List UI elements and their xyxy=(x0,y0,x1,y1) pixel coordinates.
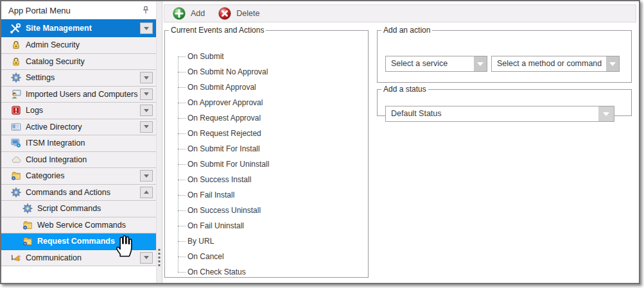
chevron-down-icon xyxy=(603,112,609,116)
sidebar-item-label: Active Directory xyxy=(26,123,82,131)
sidebar-item-label: ITSM Integration xyxy=(26,139,85,148)
delete-button[interactable]: Delete xyxy=(218,6,259,21)
tree-item[interactable]: On Request Rejected xyxy=(165,126,368,141)
service-dropdown-value: Select a service xyxy=(386,56,474,71)
tools-icon xyxy=(9,22,21,35)
gear-icon xyxy=(22,203,33,214)
service-dropdown[interactable]: Select a service xyxy=(385,56,487,72)
chevron-down-icon xyxy=(144,125,149,128)
sidebar-item-label: Communication xyxy=(26,253,82,262)
tree-item[interactable]: On Check Status xyxy=(165,264,368,280)
sidebar-item-imported-users-and-computers[interactable]: Imported Users and Computers xyxy=(1,87,156,103)
logs-icon xyxy=(11,105,21,115)
sidebar: App Portal Menu Site Management Admin Se… xyxy=(1,1,156,283)
tree-item[interactable]: On Cancel xyxy=(165,249,368,264)
pin-icon xyxy=(141,6,150,15)
status-dropdown[interactable]: Default Status xyxy=(385,106,614,122)
sidebar-item-label: Imported Users and Computers xyxy=(26,90,137,99)
sidebar-item-label: Web Service Commands xyxy=(37,221,126,230)
user-computer-icon xyxy=(11,89,21,99)
tree-item[interactable]: On Fail Uninstall xyxy=(165,218,368,233)
chevron-up-icon xyxy=(144,191,149,194)
sidebar-item-logs[interactable]: Logs xyxy=(1,103,156,119)
folder-gear-icon xyxy=(22,220,33,230)
tree-item[interactable]: On Approver Approval xyxy=(165,95,368,110)
megaphone-icon xyxy=(11,253,21,263)
lock-icon xyxy=(11,56,21,67)
add-status-groupbox: Add a status Default Status xyxy=(377,85,632,116)
sidebar-item-label: Settings xyxy=(26,73,55,82)
sidebar-item-label: Site Management xyxy=(26,24,92,33)
method-dropdown[interactable]: Select a method or command xyxy=(491,56,620,72)
cloud-icon xyxy=(11,155,21,165)
folder-gear-icon xyxy=(11,171,21,181)
sidebar-splitter[interactable] xyxy=(156,1,162,283)
expand-button[interactable] xyxy=(140,72,153,83)
sidebar-item-label: Catalog Security xyxy=(26,57,85,66)
app-window: App Portal Menu Site Management Admin Se… xyxy=(0,0,644,288)
sidebar-item-commands-and-actions[interactable]: Commands and Actions xyxy=(1,185,156,201)
collapse-button[interactable] xyxy=(140,187,153,198)
chevron-down-icon xyxy=(144,109,149,112)
lock-icon xyxy=(11,40,21,50)
tree-item[interactable]: On Request Approval xyxy=(165,110,368,126)
sidebar-item-settings[interactable]: Settings xyxy=(1,70,156,87)
sidebar-item-script-commands[interactable]: Script Commands xyxy=(1,201,156,217)
chevron-down-icon xyxy=(144,76,149,80)
dropdown-arrow-button[interactable] xyxy=(606,56,619,71)
tree-item[interactable]: On Fail Install xyxy=(165,187,368,203)
main-panel: Add Delete Current Events and Actions On… xyxy=(162,1,639,283)
sidebar-item-label: Commands and Actions xyxy=(26,188,110,197)
add-button[interactable]: Add xyxy=(172,6,205,21)
chevron-down-icon xyxy=(144,174,149,178)
sidebar-item-site-management[interactable]: Site Management xyxy=(1,19,156,37)
sidebar-item-label: Cloud Integration xyxy=(26,155,87,164)
tree-item[interactable]: On Submit For Install xyxy=(165,141,368,157)
monitor-gear-icon xyxy=(11,138,21,148)
toolbar: Add Delete xyxy=(164,4,636,22)
sidebar-item-itsm-integration[interactable]: ITSM Integration xyxy=(1,135,156,152)
sidebar-item-catalog-security[interactable]: Catalog Security xyxy=(1,54,156,71)
delete-button-label: Delete xyxy=(236,9,259,18)
add-button-label: Add xyxy=(191,9,205,18)
dropdown-arrow-button[interactable] xyxy=(598,106,614,121)
expand-button[interactable] xyxy=(140,22,153,34)
sidebar-item-cloud-integration[interactable]: Cloud Integration xyxy=(1,152,156,169)
sidebar-title: App Portal Menu xyxy=(8,6,141,15)
tree-item[interactable]: On Success Uninstall xyxy=(165,203,368,218)
expand-button[interactable] xyxy=(140,105,153,116)
expand-button[interactable] xyxy=(140,89,153,100)
status-dropdown-value: Default Status xyxy=(386,106,598,121)
sidebar-item-active-directory[interactable]: Active Directory xyxy=(1,119,156,136)
gear-icon xyxy=(11,72,21,83)
tree-item[interactable]: On Submit For Uninstall xyxy=(165,157,368,172)
sidebar-item-communication[interactable]: Communication xyxy=(1,250,156,267)
sidebar-item-admin-security[interactable]: Admin Security xyxy=(1,37,156,54)
tree-item[interactable]: On Submit xyxy=(165,49,368,64)
sidebar-item-label: Categories xyxy=(26,171,64,180)
tree-item[interactable]: On Submit No Approval xyxy=(165,64,368,80)
tree-item[interactable]: By URL xyxy=(165,233,368,249)
gear-icon xyxy=(11,187,21,198)
chevron-down-icon xyxy=(144,92,149,96)
sidebar-item-web-service-commands[interactable]: Web Service Commands xyxy=(1,217,156,234)
groupbox-legend: Add an action xyxy=(381,26,432,35)
tree-item[interactable]: On Success Install xyxy=(165,172,368,187)
folder-gear-icon xyxy=(22,236,33,246)
sidebar-item-categories[interactable]: Categories xyxy=(1,168,156,185)
pin-button[interactable] xyxy=(141,5,151,15)
window-frame: App Portal Menu Site Management Admin Se… xyxy=(0,0,640,284)
sidebar-item-request-commands[interactable]: Request Commands xyxy=(1,233,156,250)
chevron-down-icon xyxy=(477,62,483,66)
chevron-down-icon xyxy=(144,27,149,30)
dropdown-arrow-button[interactable] xyxy=(474,56,487,71)
expand-button[interactable] xyxy=(140,252,153,264)
sidebar-item-label: Request Commands xyxy=(37,237,115,246)
splitter-grip-icon xyxy=(159,249,161,266)
events-tree: On Submit On Submit No Approval On Submi… xyxy=(165,49,368,280)
expand-button[interactable] xyxy=(140,121,153,133)
tree-item[interactable]: On Submit Approval xyxy=(165,80,368,95)
expand-button[interactable] xyxy=(140,170,153,182)
chevron-down-icon xyxy=(144,256,149,259)
groupbox-legend: Add a status xyxy=(381,85,428,94)
